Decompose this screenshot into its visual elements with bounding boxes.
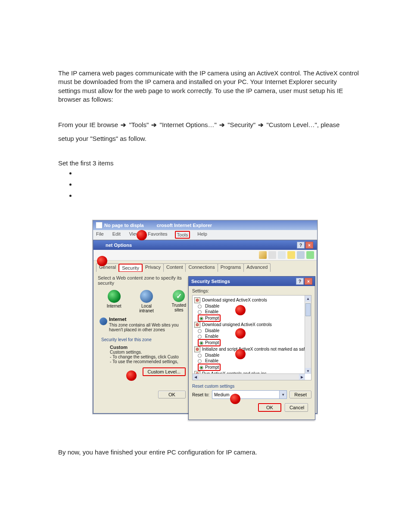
ie-title-right: crosoft Internet Explorer — [157, 223, 212, 228]
security-level-group: Security level for this zone Custom Cust… — [98, 337, 189, 364]
menu-help[interactable]: Help — [196, 231, 209, 239]
radio-enable[interactable] — [198, 335, 202, 339]
reset-to-label: Reset to: — [192, 392, 209, 397]
chevron-down-icon[interactable]: ▼ — [279, 391, 286, 398]
edit-icon[interactable] — [297, 251, 305, 259]
opt-disable: Disable — [205, 328, 219, 333]
reset-select[interactable]: Medium ▼ — [212, 390, 287, 399]
options-titlebar: net Options ? × — [93, 240, 317, 250]
opt-disable: Disable — [205, 352, 219, 358]
help-icon[interactable]: ? — [297, 242, 305, 249]
opt-prompt: Prompt — [205, 364, 219, 370]
radio-prompt[interactable] — [199, 317, 203, 320]
close-icon[interactable]: × — [305, 278, 312, 285]
zone-trusted[interactable]: ✓ Trusted sites — [169, 290, 189, 313]
security-level-title: Security level for this zone — [101, 337, 152, 342]
activex-icon: ⚙ — [194, 322, 200, 328]
globe-icon — [100, 317, 107, 325]
annotation-dot — [126, 370, 137, 381]
options-title-text: net Options — [106, 243, 132, 248]
opt-prompt: Prompt — [205, 340, 219, 345]
opt-disable: Disable — [205, 303, 219, 309]
home-icon[interactable] — [259, 251, 267, 259]
tab-connections[interactable]: Connections — [185, 263, 218, 272]
nav-step-security: "Security" — [227, 121, 255, 128]
level-desc: Custom settings. — [110, 350, 189, 355]
menu-file[interactable]: File — [95, 231, 105, 239]
menu-tools[interactable]: Tools — [175, 231, 190, 239]
help-icon[interactable]: ? — [296, 278, 304, 285]
close-icon[interactable]: × — [305, 242, 313, 249]
checkmark-icon: ✓ — [173, 290, 185, 302]
scroll-up-icon[interactable]: ▲ — [305, 296, 311, 302]
zone-description: Internet This zone contains all Web site… — [100, 317, 189, 332]
nav-prefix: From your IE browse — [58, 121, 120, 128]
zone-trusted-label: Trusted sites — [172, 303, 187, 312]
zone-local[interactable]: Local intranet — [136, 290, 156, 313]
setting-group: Download unsigned ActiveX controls — [202, 322, 272, 328]
tab-privacy[interactable]: Privacy — [142, 263, 164, 272]
paragraph-intro: The IP camera web pages communicate with… — [58, 69, 359, 104]
security-settings-title: Security Settings — [191, 279, 230, 284]
opt-enable: Enable — [205, 333, 218, 339]
radio-prompt[interactable] — [199, 366, 203, 370]
scroll-right-icon[interactable]: ▶ — [299, 374, 305, 380]
tab-security[interactable]: Security — [118, 264, 143, 272]
set-items-title: Set the first 3 items — [58, 159, 359, 167]
custom-level-button[interactable]: Custom Level... — [143, 367, 186, 376]
radio-enable[interactable] — [198, 310, 202, 314]
zone-desc-line: This zone contains all Web sites you — [109, 323, 189, 327]
annotation-dot — [235, 349, 246, 359]
radio-disable[interactable] — [198, 354, 202, 358]
arrow-icon: ➔ — [120, 121, 127, 128]
bullet-item — [76, 169, 359, 180]
scroll-thumb[interactable] — [305, 303, 311, 316]
bullet-item — [76, 192, 359, 203]
annotation-dot — [235, 328, 246, 339]
zone-list: Internet Local intranet ✓ Trusted sites — [104, 290, 189, 313]
zone-name: Internet — [109, 317, 189, 322]
cancel-button[interactable]: Cancel — [285, 403, 308, 412]
radio-disable[interactable] — [198, 329, 202, 333]
nav-step-tools: "Tools" — [129, 121, 149, 128]
tab-advanced[interactable]: Advanced — [243, 263, 271, 272]
navigation-steps: From your IE browse ➔ "Tools" ➔ "Interne… — [58, 121, 359, 129]
ie-icon — [96, 222, 103, 229]
reset-title: Reset custom settings — [192, 384, 311, 389]
paragraph-ending: By now, you have finished your entire PC… — [58, 448, 359, 456]
level-desc: - To change the settings, click Custo — [110, 355, 189, 359]
ie-window: No page to displa crosoft Internet Explo… — [93, 220, 318, 414]
messenger-icon[interactable] — [306, 251, 314, 259]
ok-button[interactable]: OK — [158, 391, 186, 398]
scrollbar-horizontal[interactable]: ◀ ▶ — [193, 373, 305, 380]
settings-tree[interactable]: ⚙Download signed ActiveX controls Disabl… — [192, 295, 311, 380]
scroll-down-icon[interactable]: ▼ — [305, 368, 311, 374]
nav-line2: setup your "Settings" as follow. — [58, 135, 359, 142]
menu-favorites[interactable]: Favorites — [146, 231, 168, 239]
menu-edit[interactable]: Edit — [111, 231, 122, 239]
zone-internet[interactable]: Internet — [104, 290, 124, 313]
reset-button[interactable]: Reset — [290, 391, 311, 398]
radio-disable[interactable] — [198, 305, 202, 308]
nav-step-options: "Internet Options…" — [160, 121, 217, 128]
ok-button[interactable]: OK — [258, 403, 281, 412]
scrollbar-vertical[interactable]: ▲ ▼ — [305, 296, 311, 374]
options-tabs: General Security Privacy Content Connect… — [93, 261, 317, 272]
opt-prompt: Prompt — [205, 315, 219, 321]
annotation-dot — [97, 256, 107, 266]
tab-programs[interactable]: Programs — [218, 263, 244, 272]
radio-prompt[interactable] — [199, 341, 203, 345]
annotation-dot — [235, 305, 246, 315]
print-icon[interactable] — [268, 251, 276, 259]
ie-toolbar — [93, 250, 317, 261]
arrow-icon: ➔ — [218, 121, 226, 128]
settings-label: Settings: — [192, 289, 311, 293]
zone-desc-line: haven't placed in other zones — [109, 327, 189, 332]
level-name: Custom — [110, 345, 189, 350]
folder-icon[interactable] — [287, 251, 295, 259]
mail-icon[interactable] — [278, 251, 286, 259]
scroll-left-icon[interactable]: ◀ — [193, 374, 199, 380]
arrow-icon: ➔ — [257, 121, 265, 128]
tab-content[interactable]: Content — [163, 263, 186, 272]
radio-enable[interactable] — [198, 359, 202, 363]
